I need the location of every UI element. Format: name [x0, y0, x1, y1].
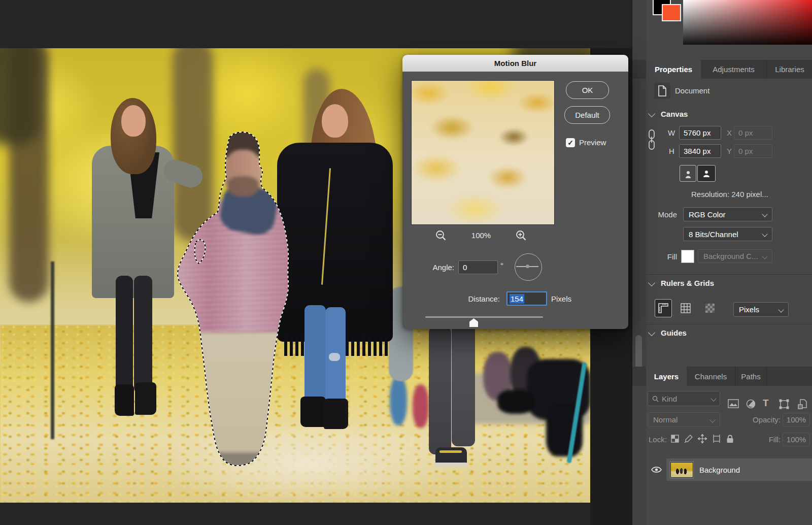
- chevron-down-icon: [762, 253, 767, 259]
- angle-input[interactable]: 0: [458, 260, 498, 274]
- distance-slider-thumb[interactable]: [469, 318, 478, 327]
- lock-all-icon[interactable]: [726, 435, 734, 443]
- distance-unit: Pixels: [551, 294, 571, 303]
- blend-mode-dropdown[interactable]: Normal: [648, 412, 720, 427]
- chevron-down-icon[interactable]: [648, 279, 655, 286]
- distance-slider-track[interactable]: [425, 316, 543, 318]
- filter-type-layers-button[interactable]: T: [763, 398, 769, 409]
- motion-blur-dialog: Motion Blur OK Default ✓ Preview 100%: [402, 55, 628, 329]
- x-label: X: [727, 128, 732, 137]
- lock-transparency-icon[interactable]: [671, 435, 679, 443]
- height-value: 3840 px: [684, 147, 710, 155]
- tab-libraries[interactable]: Libraries: [767, 60, 812, 79]
- lock-position-move-icon[interactable]: [698, 434, 707, 443]
- degree-symbol: °: [500, 261, 503, 270]
- tab-channels[interactable]: Channels: [687, 367, 735, 386]
- toggle-grid-button[interactable]: [677, 299, 694, 317]
- ruler-units-dropdown[interactable]: Pixels: [733, 302, 789, 317]
- layer-row-background[interactable]: Background: [646, 458, 812, 481]
- chevron-down-icon[interactable]: [648, 329, 655, 336]
- opacity-value[interactable]: 100%: [783, 413, 810, 426]
- half-circle-icon: [746, 399, 756, 409]
- layer-fill-label: Fill:: [747, 435, 781, 444]
- lock-artboard-icon[interactable]: [712, 435, 721, 443]
- angle-label: Angle:: [428, 263, 454, 272]
- layer-visibility-toggle[interactable]: [646, 466, 666, 473]
- canvas-pasteboard-bottom: [0, 503, 632, 525]
- canvas-section-header[interactable]: Canvas: [661, 110, 688, 118]
- y-label: Y: [727, 147, 732, 155]
- bit-depth-dropdown[interactable]: 8 Bits/Channel: [683, 227, 772, 241]
- portrait-orientation-icon: [684, 169, 692, 179]
- canvas-fill-swatch[interactable]: [681, 250, 694, 263]
- width-value: 5760 px: [684, 128, 710, 137]
- x-input[interactable]: 0 px: [734, 126, 772, 140]
- bits-value: 8 Bits/Channel: [689, 230, 738, 239]
- angle-value: 0: [463, 263, 467, 272]
- toggle-transparency-button[interactable]: [701, 299, 719, 317]
- resolution-readout: Resolution: 240 pixel...: [691, 190, 768, 199]
- foreground-color-swatch[interactable]: [662, 4, 681, 21]
- layer-fill-value[interactable]: 100%: [783, 433, 810, 446]
- mode-label: Mode: [654, 210, 677, 219]
- distance-label: Distance:: [461, 294, 500, 303]
- default-button[interactable]: Default: [564, 106, 610, 124]
- layer-thumbnail[interactable]: [670, 462, 693, 478]
- dial-center-dot: [526, 265, 529, 268]
- tab-label: Layers: [654, 372, 679, 381]
- orientation-landscape-button[interactable]: [697, 165, 716, 182]
- orientation-portrait-button[interactable]: [680, 165, 696, 182]
- filter-smart-objects-button[interactable]: [798, 399, 807, 409]
- section-divider: [646, 274, 812, 275]
- tab-layers[interactable]: Layers: [646, 367, 687, 386]
- dialog-title: Motion Blur: [494, 59, 536, 68]
- x-value: 0 px: [738, 128, 753, 137]
- dialog-title-bar[interactable]: Motion Blur: [402, 55, 628, 72]
- tab-paths[interactable]: Paths: [735, 367, 767, 386]
- width-input[interactable]: 5760 px: [679, 126, 721, 140]
- lock-pixels-brush-icon[interactable]: [684, 435, 693, 443]
- checkmark-icon: ✓: [567, 139, 573, 147]
- angle-dial[interactable]: [515, 253, 542, 281]
- panels-column: Properties Adjustments Libraries Documen…: [632, 0, 812, 525]
- height-label: H: [669, 147, 674, 155]
- selected-layer[interactable]: Background: [666, 458, 812, 481]
- layer-filter-kind-dropdown[interactable]: Kind: [648, 391, 720, 406]
- photoshop-window: Motion Blur OK Default ✓ Preview 100%: [0, 0, 812, 525]
- section-divider: [646, 324, 812, 324]
- filter-preview[interactable]: [411, 80, 555, 225]
- chevron-down-icon: [710, 396, 716, 401]
- rulers-grids-section-header[interactable]: Rulers & Grids: [661, 279, 714, 287]
- grid-icon: [680, 302, 692, 314]
- color-mode-dropdown[interactable]: RGB Color: [683, 207, 772, 221]
- chain-icon: [647, 128, 656, 151]
- zoom-out-button[interactable]: [435, 229, 447, 242]
- guides-section-header[interactable]: Guides: [661, 329, 687, 337]
- tab-adjustments[interactable]: Adjustments: [701, 60, 767, 79]
- shape-bounds-icon: [779, 399, 789, 409]
- opacity-label: Opacity:: [729, 415, 781, 424]
- checkerboard-icon: [704, 302, 716, 314]
- zoom-in-button[interactable]: [515, 229, 527, 242]
- filter-adjustment-layers-button[interactable]: [746, 399, 756, 409]
- document-icon: [654, 83, 670, 99]
- link-dimensions-icon[interactable]: [647, 128, 656, 151]
- chevron-down-icon[interactable]: [648, 110, 655, 117]
- color-gradient-field[interactable]: [683, 0, 812, 45]
- mode-value: RGB Color: [689, 210, 726, 219]
- ok-button[interactable]: OK: [566, 81, 609, 99]
- filter-shape-layers-button[interactable]: [779, 399, 789, 409]
- distance-input[interactable]: 154: [506, 291, 547, 306]
- filter-pixel-layers-button[interactable]: [728, 399, 739, 408]
- toggle-rulers-button[interactable]: [655, 299, 672, 317]
- properties-tab-strip: Properties Adjustments Libraries: [632, 60, 812, 79]
- tab-properties[interactable]: Properties: [646, 60, 701, 79]
- eye-icon: [651, 466, 662, 473]
- y-input[interactable]: 0 px: [734, 144, 772, 158]
- preview-checkbox[interactable]: ✓: [566, 138, 575, 147]
- preview-image: [411, 80, 555, 225]
- canvas-fill-dropdown[interactable]: Background C...: [698, 249, 772, 263]
- height-input[interactable]: 3840 px: [679, 144, 721, 158]
- tab-label: Libraries: [775, 65, 804, 74]
- default-label: Default: [575, 111, 599, 119]
